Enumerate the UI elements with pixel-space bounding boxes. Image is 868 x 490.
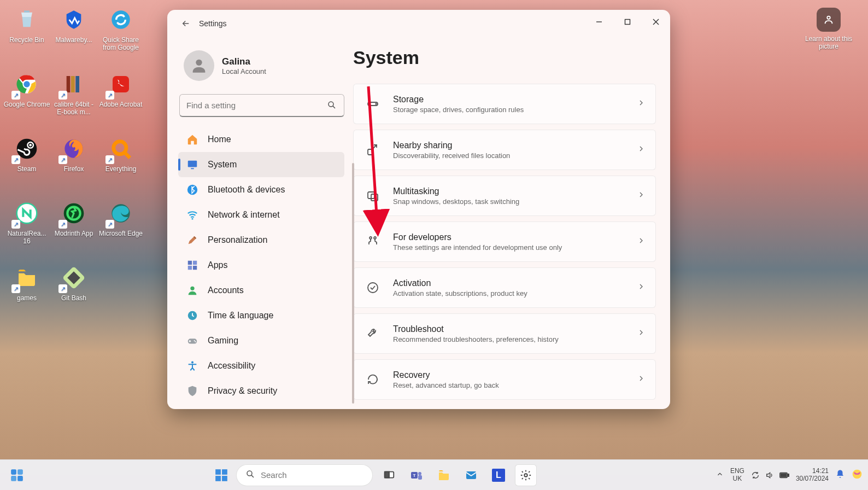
language-indicator[interactable]: ENG UK [730, 468, 744, 482]
nav-time[interactable]: Time & language [178, 303, 344, 328]
widgets-button[interactable] [8, 466, 26, 485]
desktop-icon-firefox[interactable]: Firefox [50, 135, 97, 199]
sidebar-scrollbar[interactable] [352, 163, 354, 404]
desktop-icon-books[interactable]: calibre 64bit - E-book m... [50, 70, 97, 135]
card-developers[interactable]: For developers These settings are intend… [353, 221, 656, 262]
nav-system[interactable]: System [178, 152, 344, 177]
app-l-button[interactable]: L [488, 464, 509, 486]
chevron-right-icon [637, 374, 646, 385]
svg-rect-53 [11, 469, 16, 475]
svg-point-66 [418, 472, 421, 475]
nav-network[interactable]: Network & internet [178, 202, 344, 228]
desktop-icons: Recycle BinMalwareby...Quick Share from … [3, 5, 151, 328]
chevron-right-icon [637, 328, 646, 339]
nav-gaming[interactable]: Gaming [178, 328, 344, 353]
nav-label: Privacy & security [208, 386, 277, 396]
desktop-icon-label: Modrinth App [55, 230, 93, 237]
card-multitask[interactable]: Multitasking Snap windows, desktops, tas… [353, 176, 656, 216]
nav-bluetooth[interactable]: Bluetooth & devices [178, 177, 344, 202]
window-body: Galina Local Account HomeSystemBluetooth… [167, 37, 670, 409]
svg-rect-24 [625, 20, 630, 25]
desktop-icon-label: Git Bash [61, 294, 86, 302]
settings-card-list: Storage Storage space, drives, configura… [353, 84, 656, 400]
start-button[interactable] [212, 466, 231, 485]
maximize-button[interactable] [613, 10, 642, 34]
desktop-icon-steam[interactable]: Steam [3, 135, 50, 199]
taskbar-search[interactable]: Search [236, 464, 373, 486]
card-subtitle: Discoverability, received files location [393, 151, 637, 160]
card-storage[interactable]: Storage Storage space, drives, configura… [353, 84, 656, 124]
desktop-icon-nr[interactable]: NaturalRea... 16 [3, 199, 50, 264]
desktop-icon-modrinth[interactable]: Modrinth App [50, 199, 97, 264]
svg-rect-55 [11, 476, 16, 481]
clock[interactable]: 14:21 30/07/2024 [796, 468, 829, 483]
card-subtitle: These settings are intended for developm… [393, 243, 637, 252]
tray-chevron-icon[interactable] [716, 470, 724, 480]
search-input[interactable] [179, 94, 344, 117]
desktop-icon-chrome[interactable]: Google Chrome [3, 70, 50, 135]
nav-apps[interactable]: Apps [178, 253, 344, 278]
notifications-button[interactable] [835, 469, 845, 481]
folder-icon [14, 265, 40, 291]
desktop-icon-edge[interactable]: Microsoft Edge [97, 199, 144, 264]
copilot-button[interactable] [852, 469, 863, 481]
card-nearby[interactable]: Nearby sharing Discoverability, received… [353, 130, 656, 170]
card-troubleshoot[interactable]: Troubleshoot Recommended troubleshooters… [353, 313, 656, 354]
nav-label: Gaming [208, 336, 238, 346]
qs-icon [108, 7, 134, 33]
svg-rect-69 [466, 471, 476, 479]
svg-rect-59 [215, 476, 221, 481]
nav-accounts[interactable]: Accounts [178, 278, 344, 303]
svg-rect-57 [215, 469, 221, 475]
minimize-button[interactable] [585, 10, 613, 34]
desktop-icon-gitbash[interactable]: Git Bash [50, 264, 97, 328]
explorer-button[interactable] [433, 464, 455, 486]
desktop-icon-label: Steam [17, 165, 37, 173]
learn-about-picture-button[interactable]: Learn about this picture [801, 8, 856, 50]
chevron-right-icon [637, 144, 646, 155]
svg-rect-73 [781, 474, 787, 477]
system-icon [186, 158, 199, 171]
desktop-icon-folder[interactable]: games [3, 264, 50, 328]
nav-accessibility[interactable]: Accessibility [178, 353, 344, 378]
chrome-icon [14, 71, 40, 97]
nav-label: Bluetooth & devices [208, 185, 285, 195]
developers-icon [365, 234, 381, 250]
nav-label: Home [208, 135, 231, 144]
tray-icons[interactable] [751, 471, 789, 480]
svg-rect-64 [385, 471, 389, 477]
mail-button[interactable] [460, 464, 482, 486]
modrinth-icon [61, 200, 87, 226]
nav-personalization[interactable]: Personalization [178, 228, 344, 253]
desktop-icon-label: NaturalRea... 16 [3, 230, 50, 245]
gitbash-icon [61, 265, 87, 291]
desktop-icon-label: Google Chrome [4, 101, 50, 108]
nav-home[interactable]: Home [178, 127, 344, 152]
svg-rect-31 [191, 168, 194, 169]
task-view-button[interactable] [378, 464, 400, 486]
desktop-icon-qs[interactable]: Quick Share from Google [97, 5, 144, 70]
close-button[interactable] [642, 10, 670, 34]
desktop-icon-label: Everything [105, 165, 137, 173]
account-type: Local Account [222, 67, 266, 75]
desktop-icon-everything[interactable]: Everything [97, 135, 144, 199]
nav-privacy[interactable]: Privacy & security [178, 378, 344, 404]
svg-rect-56 [17, 476, 23, 481]
desktop-icon-acrobat[interactable]: Adobe Acrobat [97, 70, 144, 135]
svg-rect-35 [193, 261, 197, 265]
svg-text:T: T [413, 473, 416, 478]
acrobat-icon [108, 71, 134, 97]
card-recovery[interactable]: Recovery Reset, advanced startup, go bac… [353, 359, 656, 400]
profile[interactable]: Galina Local Account [178, 37, 353, 91]
desktop-icon-mb[interactable]: Malwareby... [50, 5, 97, 70]
card-activation[interactable]: Activation Activation state, subscriptio… [353, 267, 656, 308]
settings-taskbar-button[interactable] [515, 464, 537, 486]
teams-button[interactable]: T [406, 464, 427, 486]
svg-rect-34 [188, 261, 192, 265]
firefox-icon [61, 136, 87, 162]
desktop-icon-recycle[interactable]: Recycle Bin [3, 5, 50, 70]
card-subtitle: Recommended troubleshooters, preferences… [393, 335, 637, 343]
back-button[interactable] [178, 16, 193, 31]
nr-icon [14, 200, 40, 226]
sync-icon [751, 471, 760, 480]
